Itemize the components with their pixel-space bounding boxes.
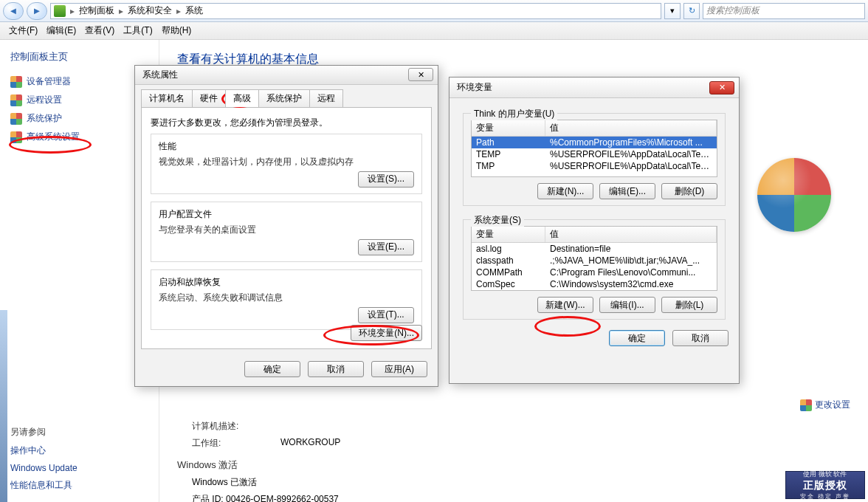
group-title: 性能	[159, 140, 414, 153]
var-value: Destination=file	[545, 243, 717, 255]
see-also-action-center[interactable]: 操作中心	[10, 444, 148, 457]
tab-protection[interactable]: 系统保护	[258, 89, 310, 107]
sidebar-item-remote[interactable]: 远程设置	[10, 94, 148, 106]
activation-status: Windows 已激活	[192, 476, 257, 489]
menu-view[interactable]: 查看(V)	[85, 24, 114, 37]
search-placeholder: 搜索控制面板	[706, 4, 760, 17]
close-button[interactable]: ✕	[709, 81, 734, 94]
var-name: TMP	[472, 160, 545, 172]
environment-variables-button[interactable]: 环境变量(N)...	[351, 325, 422, 341]
group-title: 用户配置文件	[159, 208, 414, 221]
group-desc: 与您登录有关的桌面设置	[159, 224, 414, 236]
tab-advanced[interactable]: 高级	[225, 89, 259, 107]
menu-tools[interactable]: 工具(T)	[123, 24, 152, 37]
var-value: .;%JAVA_HOME%\lib\dt.jar;%JAVA_...	[545, 255, 717, 267]
change-settings-link[interactable]: 更改设置	[800, 399, 850, 411]
menu-bar: 文件(F) 编辑(E) 查看(V) 工具(T) 帮助(H)	[0, 22, 868, 40]
col-value[interactable]: 值	[545, 227, 717, 242]
sys-edit-button[interactable]: 编辑(I)...	[599, 297, 655, 313]
breadcrumb-item[interactable]: 系统	[185, 4, 203, 17]
var-name: TEMP	[472, 148, 545, 160]
system-properties-dialog: 系统属性 ✕ 计算机名 硬件 高级 系统保护 远程 要进行大多数更改，您必须作为…	[134, 65, 438, 387]
sys-new-button[interactable]: 新建(W)...	[537, 297, 593, 313]
genuine-line1: 使用 微软 软件	[803, 470, 847, 479]
var-name: ComSpec	[472, 278, 545, 290]
admin-note: 要进行大多数更改，您必须作为管理员登录。	[151, 117, 422, 129]
table-row[interactable]: TEMP%USERPROFILE%\AppData\Local\Temp	[472, 148, 717, 160]
sidebar-item-label: 远程设置	[27, 94, 62, 106]
system-vars-table[interactable]: 变量 值 asl.logDestination=fileclasspath.;%…	[471, 226, 717, 291]
sidebar-item-label: 系统保护	[27, 112, 62, 125]
cancel-button[interactable]: 取消	[308, 361, 364, 377]
user-variables-group: Think 的用户变量(U) 变量 值 Path%CommonProgramFi…	[463, 113, 726, 206]
table-row[interactable]: TMP%USERPROFILE%\AppData\Local\Temp	[472, 160, 717, 172]
see-also-heading: 另请参阅	[10, 426, 148, 439]
sidebar-item-label: 设备管理器	[27, 75, 71, 88]
breadcrumb-item[interactable]: 系统和安全	[128, 4, 172, 17]
refresh-button[interactable]: ↻	[683, 3, 700, 19]
ok-button[interactable]: 确定	[244, 361, 300, 377]
sidebar-item-protection[interactable]: 系统保护	[10, 112, 148, 125]
table-row[interactable]: asl.logDestination=file	[472, 243, 717, 255]
table-row[interactable]: ComSpecC:\Windows\system32\cmd.exe	[472, 278, 717, 290]
windows-logo-icon	[757, 158, 831, 232]
var-value: %CommonProgramFiles%\Microsoft ...	[545, 137, 717, 148]
shield-icon	[800, 399, 812, 411]
group-startup: 启动和故障恢复 系统启动、系统失败和调试信息 设置(T)...	[151, 269, 422, 330]
col-value[interactable]: 值	[545, 120, 717, 136]
user-vars-table[interactable]: 变量 值 Path%CommonProgramFiles%\Microsoft …	[471, 120, 717, 177]
table-row[interactable]: Path%CommonProgramFiles%\Microsoft ...	[472, 137, 717, 148]
var-value: C:\Program Files\Lenovo\Communi...	[545, 267, 717, 278]
col-variable[interactable]: 变量	[472, 227, 545, 242]
user-new-button[interactable]: 新建(N)...	[537, 183, 593, 199]
decorative-strip	[0, 310, 7, 502]
menu-help[interactable]: 帮助(H)	[162, 24, 192, 37]
sys-vars-legend: 系统变量(S)	[471, 214, 524, 227]
profile-settings-button[interactable]: 设置(E)...	[358, 239, 414, 255]
startup-settings-button[interactable]: 设置(T)...	[358, 307, 414, 323]
var-value: %USERPROFILE%\AppData\Local\Temp	[545, 160, 717, 172]
nav-forward-button[interactable]: ►	[27, 2, 47, 20]
tab-hardware[interactable]: 硬件	[192, 89, 226, 107]
apply-button[interactable]: 应用(A)	[371, 361, 427, 377]
dropdown-button[interactable]: ▾	[664, 3, 681, 19]
see-also-windows-update[interactable]: Windows Update	[10, 463, 148, 473]
control-panel-icon	[54, 5, 66, 17]
col-variable[interactable]: 变量	[472, 120, 545, 136]
nav-back-button[interactable]: ◄	[3, 2, 24, 20]
group-desc: 系统启动、系统失败和调试信息	[159, 292, 414, 304]
performance-settings-button[interactable]: 设置(S)...	[358, 171, 414, 188]
user-delete-button[interactable]: 删除(D)	[661, 183, 717, 199]
user-edit-button[interactable]: 编辑(E)...	[599, 183, 655, 199]
workgroup-value: WORKGROUP	[280, 437, 340, 450]
group-desc: 视觉效果，处理器计划，内存使用，以及虚拟内存	[159, 156, 414, 168]
breadcrumb[interactable]: ▸ 控制面板 ▸ 系统和安全 ▸ 系统	[50, 3, 661, 19]
menu-edit[interactable]: 编辑(E)	[46, 24, 76, 37]
activation-section-title: Windows 激活	[177, 458, 850, 472]
var-name: COMMPath	[472, 267, 545, 278]
search-input[interactable]: 搜索控制面板	[703, 3, 865, 19]
tabstrip: 计算机名 硬件 高级 系统保护 远程	[141, 89, 432, 107]
breadcrumb-item[interactable]: 控制面板	[79, 4, 114, 17]
product-id: 产品 ID: 00426-OEM-8992662-00537	[192, 493, 339, 502]
see-also-performance[interactable]: 性能信息和工具	[10, 479, 148, 492]
chevron-right-icon: ▸	[119, 6, 123, 16]
table-row[interactable]: COMMPathC:\Program Files\Lenovo\Communi.…	[472, 267, 717, 278]
system-variables-group: 系统变量(S) 变量 值 asl.logDestination=fileclas…	[463, 219, 726, 320]
tab-remote[interactable]: 远程	[309, 89, 343, 107]
ok-button[interactable]: 确定	[609, 330, 665, 346]
var-name: asl.log	[472, 243, 545, 255]
sidebar-title[interactable]: 控制面板主页	[10, 50, 148, 63]
var-value: %USERPROFILE%\AppData\Local\Temp	[545, 148, 717, 160]
menu-file[interactable]: 文件(F)	[9, 24, 38, 37]
address-bar: ◄ ► ▸ 控制面板 ▸ 系统和安全 ▸ 系统 ▾ ↻ 搜索控制面板	[0, 0, 868, 22]
table-row[interactable]: classpath.;%JAVA_HOME%\lib\dt.jar;%JAVA_…	[472, 255, 717, 267]
sys-delete-button[interactable]: 删除(L)	[661, 297, 717, 313]
genuine-line2: 正版授权	[803, 479, 847, 492]
cancel-button[interactable]: 取消	[672, 330, 728, 346]
close-button[interactable]: ✕	[408, 68, 433, 81]
tab-computer-name[interactable]: 计算机名	[141, 89, 193, 107]
sidebar-item-device-manager[interactable]: 设备管理器	[10, 75, 148, 88]
sidebar-item-advanced[interactable]: 高级系统设置	[10, 131, 148, 143]
genuine-line3: 安全 稳定 声誉	[800, 492, 850, 501]
